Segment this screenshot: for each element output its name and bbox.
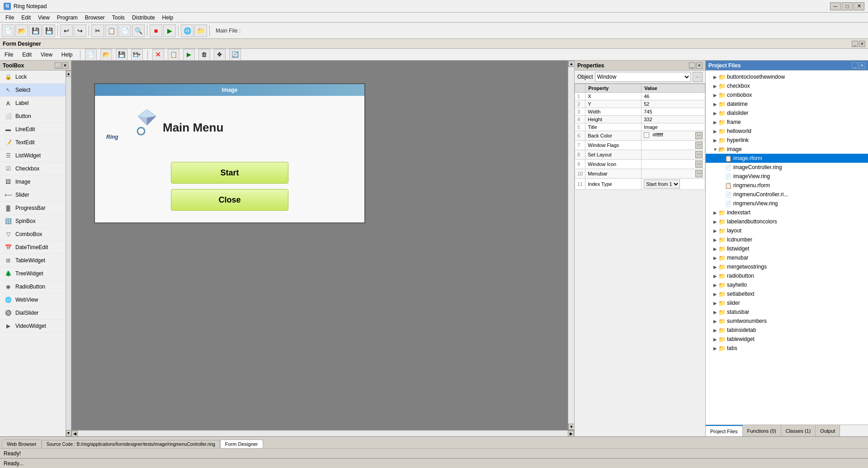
tree-tablewidget[interactable]: ▶ 📁 tablewidget <box>706 335 868 344</box>
toolbar-open[interactable]: 📂 <box>15 24 28 37</box>
hscroll-right[interactable]: ▶ <box>568 430 574 437</box>
fd-btn-save[interactable]: 💾 <box>116 49 127 61</box>
toolbox-item-lock[interactable]: 🔒 Lock <box>0 71 66 84</box>
menu-edit[interactable]: Edit <box>18 14 34 22</box>
prop-val-setlayout[interactable]: ⋯ <box>642 150 705 160</box>
file-tab-formdesigner[interactable]: Form Designer <box>220 440 263 448</box>
tree-lcdnumber[interactable]: ▶ 📁 lcdnumber <box>706 235 868 244</box>
tree-image-rform[interactable]: 📋 image.rform <box>706 154 868 163</box>
menu-tools[interactable]: Tools <box>108 14 128 22</box>
minimize-button[interactable]: ─ <box>830 2 841 10</box>
toolbox-item-combobox[interactable]: ▽ ComboBox <box>0 228 66 241</box>
toolbar-paste[interactable]: 📄 <box>118 24 131 37</box>
tree-indexstart[interactable]: ▶ 📁 indexstart <box>706 208 868 217</box>
tree-datetime[interactable]: ▶ 📁 datetime <box>706 99 868 109</box>
toolbar-folder[interactable]: 📁 <box>194 24 207 37</box>
tree-hyperlink[interactable]: ▶ 📁 hyperlink <box>706 136 868 145</box>
toolbox-item-checkbox[interactable]: ☑ Checkbox <box>0 162 66 175</box>
fd-menu-view[interactable]: View <box>38 51 55 59</box>
tree-tabs[interactable]: ▶ 📁 tabs <box>706 344 868 353</box>
toolbar-cut[interactable]: ✂ <box>91 24 104 37</box>
fd-btn-copy[interactable]: 📋 <box>168 49 179 61</box>
pf-tab-projectfiles[interactable]: Project Files <box>706 425 743 436</box>
properties-object-btn[interactable]: ⋯ <box>693 72 703 82</box>
toolbox-item-label[interactable]: A Label <box>0 97 66 110</box>
tree-imagecontroller[interactable]: 📄 imageController.ring <box>706 163 868 172</box>
tree-tabinsidetab[interactable]: ▶ 📁 tabinsidetab <box>706 326 868 335</box>
pf-tab-output[interactable]: Output <box>816 425 840 436</box>
tree-mergetwostrings[interactable]: ▶ 📁 mergetwostrings <box>706 262 868 271</box>
prop-val-indextype[interactable]: Start from 1 Start from 0 <box>642 179 705 190</box>
toolbox-item-treewidget[interactable]: 🌲 TreeWidget <box>0 267 66 280</box>
hscroll-left[interactable]: ◀ <box>71 430 78 437</box>
toolbox-vscroll[interactable]: ▲ ▼ <box>66 71 71 436</box>
prop-val-menubar[interactable]: ⋯ <box>642 169 705 179</box>
tree-radiobutton[interactable]: ▶ 📁 radiobutton <box>706 271 868 280</box>
toolbox-scroll-up[interactable]: ▲ <box>66 71 71 77</box>
index-type-select[interactable]: Start from 1 Start from 0 <box>644 180 680 189</box>
backcolor-btn[interactable]: ⋯ <box>695 132 703 139</box>
tree-imageview[interactable]: 📄 imageView.ring <box>706 172 868 181</box>
menu-help[interactable]: Help <box>159 14 177 22</box>
fd-btn-open[interactable]: 📂 <box>100 49 112 61</box>
prop-val-winflags[interactable]: ⋯ <box>642 141 705 150</box>
pf-tab-classes[interactable]: Classes (1) <box>781 425 816 436</box>
prop-val-height[interactable]: 332 <box>642 116 705 123</box>
tree-layout[interactable]: ▶ 📁 layout <box>706 226 868 235</box>
canvas-vscroll[interactable]: ▲ ▼ <box>568 61 574 430</box>
tree-ringmenucontroller[interactable]: 📄 ringmenuController.ri... <box>706 190 868 199</box>
toolbar-saveas[interactable]: 💾 <box>42 24 55 37</box>
prop-val-width[interactable]: 745 <box>642 108 705 116</box>
fd-header-btn1[interactable]: _ <box>852 41 858 47</box>
file-tab-sourcecode[interactable]: Source Code : B:/ring/applications/formd… <box>42 440 220 448</box>
props-btn-close[interactable]: ✕ <box>696 62 703 69</box>
tree-buttontoclosethewindow[interactable]: ▶ 📁 buttontoclosethewindow <box>706 72 868 81</box>
toolbox-item-select[interactable]: ↖ Select <box>0 84 66 97</box>
tree-listwidget[interactable]: ▶ 📁 listwidget <box>706 244 868 253</box>
winflags-btn[interactable]: ⋯ <box>695 142 703 149</box>
fd-btn-saveas[interactable]: 💾+ <box>131 49 143 61</box>
toolbox-item-dialslider[interactable]: 🔘 DialSlider <box>0 307 66 320</box>
props-btn-min[interactable]: _ <box>689 62 695 69</box>
canvas-hscroll[interactable]: ◀ ▶ <box>71 430 574 436</box>
pf-btn-min[interactable]: _ <box>852 62 858 69</box>
maximize-button[interactable]: □ <box>842 2 853 10</box>
menu-browser[interactable]: Browser <box>81 14 108 22</box>
file-tab-webbrowser[interactable]: Web Browser <box>2 440 42 448</box>
prop-val-title[interactable]: Image <box>642 123 705 131</box>
fd-btn-select[interactable]: ✥ <box>214 49 226 61</box>
toolbar-save[interactable]: 💾 <box>29 24 42 37</box>
prop-val-backcolor[interactable]: #ffffff ⋯ <box>642 131 705 141</box>
tree-sumtwonumbers[interactable]: ▶ 📁 sumtwonumbers <box>706 317 868 326</box>
properties-object-select[interactable]: Window <box>595 72 691 82</box>
tree-image-folder[interactable]: ▼ 📂 image <box>706 145 868 154</box>
toolbox-item-tablewidget[interactable]: ⊞ TableWidget <box>0 254 66 267</box>
toolbar-stop[interactable]: ■ <box>150 24 162 37</box>
menubar-btn[interactable]: ⋯ <box>695 170 703 177</box>
fd-menu-edit[interactable]: Edit <box>19 51 34 59</box>
tree-frame[interactable]: ▶ 📁 frame <box>706 118 868 127</box>
fd-menu-help[interactable]: Help <box>59 51 75 59</box>
tree-slider[interactable]: ▶ 📁 slider <box>706 298 868 307</box>
vscroll-up[interactable]: ▲ <box>568 61 574 67</box>
fd-menu-file[interactable]: File <box>2 51 16 59</box>
toolbox-item-image[interactable]: 🖼 Image <box>0 175 66 189</box>
toolbar-redo[interactable]: ↪ <box>74 24 86 37</box>
tree-checkbox[interactable]: ▶ 📁 checkbox <box>706 81 868 90</box>
toolbar-copy[interactable]: 📋 <box>105 24 118 37</box>
vscroll-down[interactable]: ▼ <box>568 424 574 430</box>
fd-btn-refresh[interactable]: 🔄 <box>229 49 241 61</box>
menu-program[interactable]: Program <box>53 14 81 22</box>
toolbox-btn-close[interactable]: ✕ <box>62 62 68 69</box>
pf-tab-functions[interactable]: Functions (0) <box>743 425 781 436</box>
tree-helloworld[interactable]: ▶ 📁 helloworld <box>706 127 868 136</box>
fd-btn-new[interactable]: 📄 <box>85 49 97 61</box>
fd-btn-delete[interactable]: ✕ <box>152 49 164 61</box>
form-close-button[interactable]: Close <box>171 189 288 211</box>
tree-combobox[interactable]: ▶ 📁 combobox <box>706 90 868 99</box>
toolbar-run[interactable]: ▶ <box>163 24 176 37</box>
toolbox-btn-min[interactable]: _ <box>55 62 61 69</box>
close-button[interactable]: ✕ <box>854 2 864 10</box>
form-start-button[interactable]: Start <box>171 162 288 184</box>
setlayout-btn[interactable]: ⋯ <box>695 151 703 158</box>
